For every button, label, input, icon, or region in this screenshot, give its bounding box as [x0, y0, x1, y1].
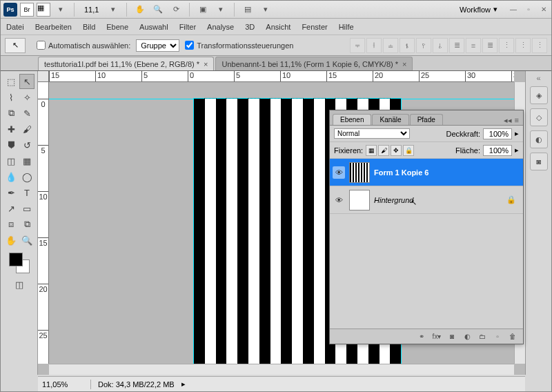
- auto-select-checkbox[interactable]: Automatisch auswählen:: [37, 41, 130, 50]
- distribute-hcenter-icon[interactable]: ⋮: [515, 38, 531, 53]
- horizontal-scrollbar[interactable]: [49, 364, 514, 375]
- layer-name[interactable]: Hintergrund: [374, 196, 413, 204]
- visibility-icon[interactable]: 👁: [333, 166, 345, 179]
- 3d-camera-tool-icon[interactable]: ⧉: [19, 217, 34, 232]
- dodge-tool-icon[interactable]: ◯: [19, 169, 34, 184]
- transform-controls-checkbox[interactable]: Transformationssteuerungen: [185, 41, 293, 50]
- collapse-icon[interactable]: «: [536, 74, 540, 82]
- layer-style-icon[interactable]: fx▾: [431, 331, 443, 342]
- doc-size-status[interactable]: Dok: 34,3 MB/22,2 MB: [98, 380, 175, 389]
- color-dock-icon[interactable]: ◇: [530, 108, 548, 126]
- eraser-tool-icon[interactable]: ◫: [3, 153, 19, 168]
- visibility-icon[interactable]: 👁: [333, 194, 345, 206]
- align-top-icon[interactable]: ⫧: [350, 38, 365, 53]
- menu-auswahl[interactable]: Auswahl: [139, 23, 168, 31]
- auto-select-target[interactable]: Gruppe: [136, 39, 179, 52]
- align-vcenter-icon[interactable]: ⫲: [366, 38, 382, 53]
- rotate-view-icon[interactable]: ⟳: [168, 2, 184, 17]
- adjustments-dock-icon[interactable]: ◐: [530, 130, 548, 148]
- new-layer-icon[interactable]: ▫: [491, 331, 504, 342]
- menu-hilfe[interactable]: Hilfe: [339, 23, 354, 31]
- align-hcenter-icon[interactable]: ⫯: [416, 38, 431, 53]
- menu-ebene[interactable]: Ebene: [106, 23, 128, 31]
- tab-kanale[interactable]: Kanäle: [372, 114, 408, 125]
- dropdown-icon[interactable]: ▾: [258, 2, 273, 17]
- dropdown-icon[interactable]: ▾: [213, 2, 228, 17]
- panel-menu-icon[interactable]: ≡: [515, 116, 519, 125]
- menu-fenster[interactable]: Fenster: [302, 23, 327, 31]
- minibridge-icon[interactable]: ▦: [37, 3, 50, 17]
- lock-transparency-icon[interactable]: ▦: [366, 145, 377, 156]
- fill-value[interactable]: 100%: [483, 145, 512, 156]
- align-left-icon[interactable]: ⫮: [400, 38, 415, 53]
- menu-bild[interactable]: Bild: [83, 23, 95, 31]
- maximize-button[interactable]: ▫: [524, 5, 533, 14]
- dropdown-icon[interactable]: ▸: [181, 380, 186, 389]
- layers-dock-icon[interactable]: ◈: [530, 86, 548, 104]
- new-group-icon[interactable]: 🗀: [476, 331, 489, 342]
- lasso-tool-icon[interactable]: ⌇: [3, 90, 19, 105]
- distribute-bottom-icon[interactable]: ≣: [482, 38, 497, 53]
- zoom-status[interactable]: 11,05%: [42, 380, 83, 389]
- brush-tool-icon[interactable]: 🖌: [19, 121, 34, 137]
- magic-wand-tool-icon[interactable]: ✧: [19, 90, 34, 105]
- tab-pfade[interactable]: Pfade: [410, 114, 443, 125]
- menu-filter[interactable]: Filter: [179, 23, 196, 31]
- zoom-tool-icon[interactable]: 🔍: [150, 2, 166, 17]
- document-tab[interactable]: testtutoria1l.pdf bei 11,1% (Ebene 2, RG…: [38, 57, 214, 70]
- quickmask-icon[interactable]: ◫: [12, 277, 27, 292]
- document-tab[interactable]: Unbenannt-1 bei 11,1% (Form 1 Kopie 6, C…: [215, 57, 413, 70]
- heal-tool-icon[interactable]: ✚: [3, 121, 19, 137]
- lock-position-icon[interactable]: ✥: [391, 145, 402, 156]
- layer-mask-icon[interactable]: ◙: [446, 331, 458, 342]
- layer-row[interactable]: 👁 Form 1 Kopie 6: [330, 159, 523, 186]
- blur-tool-icon[interactable]: 💧: [3, 169, 19, 184]
- ruler-origin[interactable]: [38, 71, 49, 82]
- crop-tool-icon[interactable]: ⧉: [3, 106, 19, 121]
- eyedropper-tool-icon[interactable]: ✎: [19, 106, 34, 121]
- delete-layer-icon[interactable]: 🗑: [506, 331, 519, 342]
- menu-3d[interactable]: 3D: [245, 23, 255, 31]
- distribute-left-icon[interactable]: ⋮: [499, 38, 514, 53]
- menu-ansicht[interactable]: Ansicht: [266, 23, 290, 31]
- history-brush-tool-icon[interactable]: ↺: [19, 137, 34, 153]
- 3d-tool-icon[interactable]: ⧈: [3, 217, 19, 232]
- align-bottom-icon[interactable]: ⫨: [383, 38, 398, 53]
- opacity-value[interactable]: 100%: [483, 128, 512, 139]
- lock-all-icon[interactable]: 🔒: [403, 145, 414, 156]
- horizontal-ruler[interactable]: 1510 50 510 1520 2530 35: [49, 71, 514, 82]
- adjustment-layer-icon[interactable]: ◐: [461, 331, 473, 342]
- foreground-color-swatch[interactable]: [9, 253, 23, 266]
- layer-row[interactable]: 👁 Hintergrund ↖ 🔒: [330, 186, 523, 214]
- hand-tool-icon[interactable]: ✋: [3, 233, 19, 248]
- collapse-icon[interactable]: ◂◂: [504, 116, 512, 125]
- align-right-icon[interactable]: ⫰: [433, 38, 448, 53]
- menu-analyse[interactable]: Analyse: [207, 23, 234, 31]
- dropdown-icon[interactable]: ▾: [53, 2, 68, 17]
- link-layers-icon[interactable]: ⚭: [415, 331, 428, 342]
- distribute-right-icon[interactable]: ⋮: [532, 38, 547, 53]
- workspace-switcher[interactable]: Workflow ▾: [454, 3, 503, 15]
- menu-datei[interactable]: Datei: [6, 23, 24, 31]
- layer-name[interactable]: Form 1 Kopie 6: [374, 168, 428, 177]
- arrange-icon[interactable]: ▤: [240, 2, 255, 17]
- zoom-value[interactable]: 11,1: [80, 6, 103, 14]
- bridge-icon[interactable]: Br: [20, 3, 34, 17]
- dropdown-icon[interactable]: ▾: [106, 2, 121, 17]
- photoshop-icon[interactable]: Ps: [3, 3, 17, 17]
- zoom-tool-icon[interactable]: 🔍: [19, 233, 34, 248]
- vertical-ruler[interactable]: 0 510 1520 25: [38, 82, 49, 364]
- path-select-tool-icon[interactable]: ↗: [3, 201, 19, 216]
- lock-pixels-icon[interactable]: 🖌: [378, 145, 389, 156]
- layer-thumbnail[interactable]: [349, 190, 370, 210]
- color-swatches[interactable]: [9, 253, 30, 273]
- gradient-tool-icon[interactable]: ▦: [19, 153, 34, 168]
- close-button[interactable]: ✕: [539, 5, 549, 14]
- distribute-vcenter-icon[interactable]: ≡: [466, 38, 481, 53]
- menu-bearbeiten[interactable]: Bearbeiten: [35, 23, 72, 31]
- move-tool-icon[interactable]: ↖: [19, 74, 34, 89]
- screen-mode-icon[interactable]: ▣: [195, 2, 210, 17]
- blend-mode-select[interactable]: Normal: [334, 128, 410, 139]
- type-tool-icon[interactable]: T: [19, 185, 34, 200]
- layer-thumbnail[interactable]: [349, 162, 370, 183]
